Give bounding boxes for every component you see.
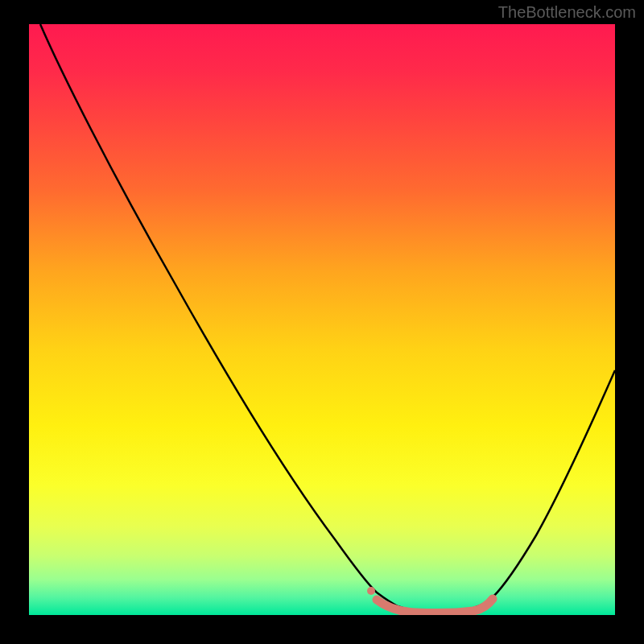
bottleneck-curve-line — [40, 24, 615, 611]
optimal-marker-dot — [367, 587, 375, 595]
optimal-zone-highlight — [377, 599, 493, 613]
watermark-text: TheBottleneck.com — [498, 3, 636, 22]
chart-gradient-background — [29, 24, 615, 615]
chart-svg — [29, 24, 615, 615]
